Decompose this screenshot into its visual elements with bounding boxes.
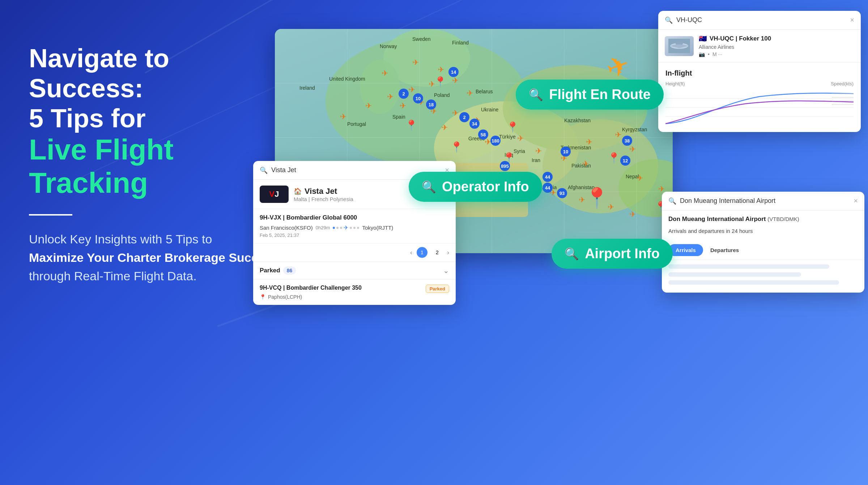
departures-tab[interactable]: Departures — [703, 244, 746, 256]
operator-info: 🏠 Vista Jet Malta | French Polynesia — [294, 187, 353, 202]
enroute-search-bar[interactable]: 🔍 VH-UQC × — [658, 11, 861, 30]
pagination-row: ‹ 1 2 › — [253, 243, 456, 262]
operator-locations: Malta | French Polynesia — [294, 196, 353, 202]
operator-region: French Polynesia — [311, 196, 353, 202]
label-belarus: Belarus — [476, 89, 493, 94]
camera-icon: 📷 — [699, 51, 705, 57]
badge-search-icon: 🔍 — [529, 88, 543, 102]
page-1-btn[interactable]: 1 — [417, 247, 427, 258]
aircraft-31: ✈ — [365, 101, 372, 111]
flight-enroute-card: 🔍 VH-UQC × 🇦🇺 VH-UQC | — [658, 11, 861, 132]
parked-label: Parked — [260, 267, 280, 274]
flight-enroute-badge[interactable]: 🔍 Flight En Route — [516, 80, 664, 110]
pin-5: 📍 — [506, 121, 519, 133]
next-btn[interactable]: › — [447, 249, 449, 256]
label-ireland: Ireland — [299, 85, 315, 91]
airport-name: Don Mueang International Airport (VTBD/D… — [662, 210, 864, 224]
operator-country: Malta — [294, 196, 307, 202]
label-turkey: Türkiye — [499, 134, 516, 140]
pin-1: 📍 — [434, 76, 447, 88]
right-section: Sweden Norway Finland United Kingdom Ire… — [253, 0, 868, 485]
aircraft-32: ✈ — [340, 112, 346, 122]
arrivals-tab[interactable]: Arrivals — [668, 244, 703, 256]
data-row-2 — [668, 272, 801, 277]
arrivals-text: Arrivals and departures in 24 hours — [668, 228, 753, 234]
parked-status-badge: Parked — [426, 285, 449, 293]
aircraft-4: ✈ — [409, 85, 415, 94]
subtitle-line1: Unlock Key Insights with 5 Tips to — [29, 232, 212, 246]
pin-7: 📍 — [608, 152, 620, 164]
flight-title: 9H-VJX | Bombardier Global 6000 — [260, 214, 449, 221]
aircraft-24: ✈ — [438, 65, 444, 75]
subtitle: Unlock Key Insights with 5 Tips to Maxim… — [29, 230, 282, 285]
airport-info-badge[interactable]: 🔍 Airport Info — [552, 239, 673, 269]
aircraft-airline: Alliance Airlines — [699, 44, 854, 50]
location-icon: 📍 — [260, 294, 266, 300]
aircraft-2: ✈ — [382, 69, 388, 78]
parked-aircraft-name: 9H-VCQ | Bombardier Challenger 350 — [260, 285, 362, 291]
operator-name: Vista Jet — [305, 187, 337, 196]
enroute-search-query: VH-UQC — [676, 16, 846, 24]
airport-badge-search-icon: 🔍 — [565, 247, 579, 261]
aircraft-1: ✈ — [412, 58, 419, 67]
aircraft-30: ✈ — [629, 210, 636, 219]
airport-close-btn[interactable]: × — [854, 197, 858, 205]
aircraft-11: ✈ — [441, 123, 448, 132]
left-section: Navigate to Success: 5 Tips for Live Fli… — [29, 43, 282, 285]
aircraft-result-row[interactable]: 🇦🇺 VH-UQC | Fokker 100 Alliance Airlines… — [658, 30, 861, 63]
parked-location-row: 📍 Paphos(LCPH) — [260, 294, 362, 300]
aircraft-17: ✈ — [586, 137, 592, 147]
label-poland: Poland — [434, 92, 450, 98]
parked-count: 86 — [283, 267, 296, 275]
prev-btn[interactable]: ‹ — [410, 249, 412, 256]
badge-44: 44 — [542, 183, 553, 193]
label-kazakhstan: Kazakhstan — [564, 118, 591, 123]
label-iran: Iran — [532, 157, 540, 163]
airport-search-bar[interactable]: 🔍 Don Mueang International Airport × — [662, 192, 864, 210]
operator-logo: VJ — [260, 186, 289, 203]
badge-44b: 44 — [542, 172, 553, 182]
subtitle-bold: Maximize Your Charter Brokerage Success — [29, 251, 278, 264]
aircraft-details: 🇦🇺 VH-UQC | Fokker 100 Alliance Airlines… — [699, 35, 854, 57]
to-airport: Tokyo(RJTT) — [362, 225, 393, 231]
chart-container — [665, 89, 854, 125]
badge-12: 12 — [620, 156, 630, 166]
enroute-close-btn[interactable]: × — [850, 16, 854, 24]
label-spain: Spain — [392, 114, 405, 120]
flight-route: San Francisco(KSFO) 0h29m ✈ Tokyo(RJTT) — [260, 224, 449, 231]
aircraft-thumb-inner — [665, 36, 694, 56]
arrivals-info: Arrivals and departures in 24 hours — [662, 224, 864, 241]
label-norway: Norway — [380, 43, 397, 49]
data-row-1 — [668, 264, 829, 269]
aircraft-reg-text: VH-UQC | Fokker 100 — [710, 35, 771, 42]
collapse-icon[interactable]: ⌄ — [443, 266, 449, 275]
pin-2: 📍 — [405, 119, 418, 131]
badge-18: 18 — [426, 99, 436, 110]
parked-aircraft-info: 9H-VCQ | Bombardier Challenger 350 📍 Pap… — [260, 285, 362, 300]
logo-text-white: J — [275, 190, 279, 199]
aircraft-6: ✈ — [400, 101, 406, 111]
airport-search-icon: 🔍 — [668, 197, 676, 205]
page-2-btn[interactable]: 2 — [432, 247, 443, 258]
operator-badge-search-icon: 🔍 — [422, 180, 436, 194]
airport-badge-text: Airport Info — [585, 246, 660, 261]
aircraft-18: ✈ — [615, 130, 621, 140]
badge-58: 58 — [478, 129, 488, 140]
headline-line1: Navigate to Success: — [29, 44, 169, 103]
badge-180: 180 — [490, 136, 501, 146]
aircraft-20: ✈ — [637, 174, 643, 183]
badge-93: 93 — [557, 188, 567, 198]
dot-icon: • — [708, 51, 710, 57]
operator-info-badge[interactable]: 🔍 Operator Info — [409, 172, 542, 202]
aircraft-22: ✈ — [467, 89, 473, 98]
operator-badge-text: Operator Info — [442, 179, 529, 195]
svg-rect-20 — [676, 42, 683, 44]
data-rows — [662, 260, 864, 293]
badge-10b: 10 — [561, 146, 571, 157]
flight-item[interactable]: 9H-VJX | Bombardier Global 6000 San Fran… — [253, 209, 456, 243]
big-location-pin: 📍 — [584, 186, 609, 210]
badge-895: 895 — [500, 161, 510, 171]
parked-item[interactable]: 9H-VCQ | Bombardier Challenger 350 📍 Pap… — [253, 280, 456, 305]
parked-location: Paphos(LCPH) — [268, 294, 302, 300]
headline: Navigate to Success: 5 Tips for Live Fli… — [29, 43, 282, 200]
